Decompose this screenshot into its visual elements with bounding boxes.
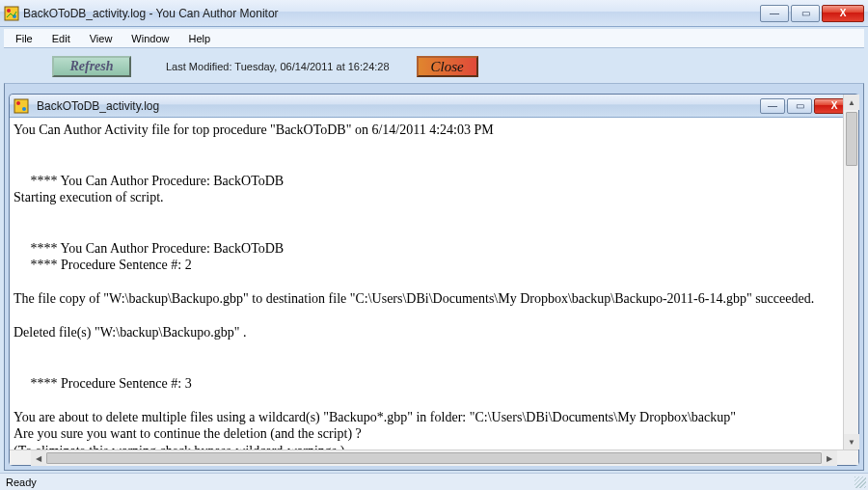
log-text-area[interactable]: You Can Author Activity file for top pro… xyxy=(10,118,858,449)
menu-view[interactable]: View xyxy=(82,31,121,46)
app-icon xyxy=(4,6,19,21)
status-bar: Ready xyxy=(0,473,868,490)
outer-minimize-button[interactable]: — xyxy=(760,5,789,22)
outer-maximize-button[interactable]: ▭ xyxy=(791,5,820,22)
scroll-up-button[interactable]: ▲ xyxy=(844,95,859,110)
child-window: BackOToDB_activity.log — ▭ X You Can Aut… xyxy=(9,94,859,466)
child-minimize-button[interactable]: — xyxy=(760,98,785,114)
menu-window[interactable]: Window xyxy=(123,31,176,46)
child-window-titlebar[interactable]: BackOToDB_activity.log — ▭ X xyxy=(10,95,858,118)
refresh-button[interactable]: Refresh xyxy=(52,56,131,77)
child-window-controls: — ▭ X xyxy=(758,98,854,114)
vertical-scroll-thumb[interactable] xyxy=(846,112,857,166)
scroll-left-button[interactable]: ◀ xyxy=(31,450,46,466)
outer-window-title: BackOToDB_activity.log - You Can Author … xyxy=(23,7,758,20)
outer-window-controls: — ▭ X xyxy=(758,5,864,22)
svg-point-5 xyxy=(22,107,26,111)
mdi-client-area: BackOToDB_activity.log — ▭ X You Can Aut… xyxy=(4,83,864,471)
vertical-scrollbar[interactable]: ▲ ▼ xyxy=(843,95,858,449)
outer-window-titlebar: BackOToDB_activity.log - You Can Author … xyxy=(0,0,868,27)
menu-bar: File Edit View Window Help xyxy=(4,29,864,48)
horizontal-scroll-thumb[interactable] xyxy=(46,452,822,464)
scroll-down-button[interactable]: ▼ xyxy=(844,434,859,449)
child-window-title: BackOToDB_activity.log xyxy=(37,99,758,113)
last-modified-label: Last Modified: Tuesday, 06/14/2011 at 16… xyxy=(166,61,390,72)
close-button[interactable]: Close xyxy=(417,56,478,77)
svg-rect-3 xyxy=(14,99,28,113)
scroll-right-button[interactable]: ▶ xyxy=(822,450,837,466)
svg-point-1 xyxy=(7,9,11,13)
svg-rect-0 xyxy=(5,7,18,20)
status-text: Ready xyxy=(6,476,37,488)
svg-point-4 xyxy=(16,101,20,105)
menu-help[interactable]: Help xyxy=(180,31,218,46)
horizontal-scroll-track[interactable] xyxy=(46,450,822,466)
menu-file[interactable]: File xyxy=(8,31,41,46)
resize-grip-icon[interactable] xyxy=(854,476,866,488)
outer-close-button[interactable]: X xyxy=(822,5,864,22)
horizontal-scrollbar[interactable]: ◀ ▶ xyxy=(10,449,858,465)
child-app-icon xyxy=(14,98,29,114)
child-maximize-button[interactable]: ▭ xyxy=(787,98,812,114)
menu-edit[interactable]: Edit xyxy=(44,31,78,46)
toolbar: Refresh Last Modified: Tuesday, 06/14/20… xyxy=(4,50,864,83)
